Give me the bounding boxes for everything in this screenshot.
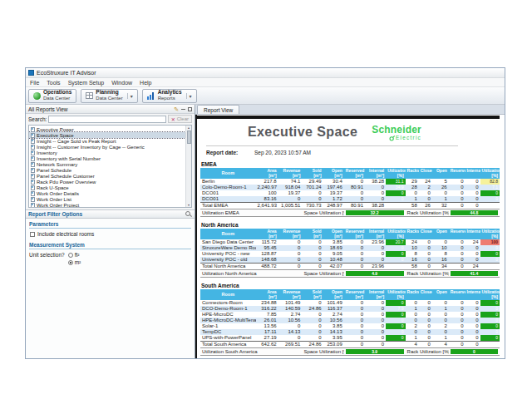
table-row: DCO0183.16001.72000101000 [200, 196, 500, 203]
table-cell: 3.95 [323, 335, 344, 342]
planning-button[interactable]: Planning Data Center ▾ [81, 89, 137, 103]
tree-item[interactable]: Work Order Project [29, 202, 185, 207]
utilization-summary-label: Utilization South America [200, 348, 302, 356]
tree-item[interactable]: Insight -- Cage Sold vs Peak Report [29, 138, 185, 144]
column-header: Utilization[%] [480, 168, 500, 179]
table-cell: 0 [466, 335, 480, 342]
table-row: Connectors-Room234.88101.490101.49000000… [200, 300, 500, 306]
unit-option-ft2[interactable]: ft² [68, 252, 81, 258]
checkbox-icon[interactable] [30, 232, 35, 237]
table-cell: 0 [466, 323, 480, 329]
maximize-icon[interactable] [188, 107, 192, 111]
tree-scrollbar[interactable]: ▴ ▾ [185, 126, 191, 207]
table-cell: 0 [449, 342, 466, 348]
analytics-dropdown-caret-icon[interactable]: ▾ [186, 93, 192, 99]
rack-utilization-cell: 0 [480, 196, 500, 203]
report-viewer[interactable]: Executive Space Schneider Electric [195, 115, 505, 358]
tree-item[interactable]: Rack Pdu Power Overview [29, 179, 185, 185]
tree-item-label: Work Order Project [37, 203, 79, 208]
filter-options-header[interactable]: Report Filter Options [26, 209, 195, 219]
filter-options-body: Parameters Include electrical rooms Meas… [26, 219, 195, 358]
table-header-row: RoomArea[m²]Revenue[m²]Sold[m²]Open[m²]R… [200, 289, 500, 300]
tree-item[interactable]: Executive Power [29, 126, 185, 132]
table-cell: 26 [432, 185, 449, 190]
utilization-summary-row: Utilization EMEASpace Utilization [%]32.… [200, 209, 500, 217]
table-cell: 0 [432, 190, 449, 196]
title-bar[interactable]: EcoStruxure IT Advisor [26, 68, 505, 78]
table-cell: 16 [406, 257, 419, 264]
scroll-down-icon[interactable]: ▾ [188, 203, 190, 207]
schneider-electric-text: Electric [396, 135, 421, 141]
scrollbar-thumb[interactable] [187, 131, 191, 144]
menu-item-tools[interactable]: Tools [47, 80, 60, 86]
menu-item-help[interactable]: Help [140, 80, 151, 86]
table-cell: 0 [365, 196, 386, 203]
region-table-north-america: RoomArea[m²]Revenue[m²]Sold[m²]Open[m²]R… [200, 229, 500, 278]
tree-item[interactable]: Network Summary [29, 161, 185, 167]
analytics-button[interactable]: Analytics Reports ▾ [142, 89, 197, 103]
table-cell: 38.28 [365, 179, 386, 185]
table-cell: 8 [432, 251, 449, 257]
room-cell: HPE-MicroDC [200, 312, 256, 318]
tree-item[interactable]: Insight -- Customer Inventory by Cage --… [29, 144, 185, 150]
table-cell: 269.51 [278, 342, 303, 348]
table-cell: 0 [278, 323, 303, 329]
planning-grid-icon [86, 92, 93, 99]
rack-utilization-cell: 0 [480, 318, 500, 323]
menu-item-file[interactable]: File [30, 80, 39, 86]
include-electrical-rooms-option[interactable]: Include electrical rooms [30, 231, 191, 237]
tree-item[interactable]: Panel Schedule Customer [29, 173, 185, 179]
search-input[interactable] [48, 116, 165, 123]
table-cell: 730.73 [302, 203, 323, 209]
total-label-cell: Total North America [200, 264, 256, 270]
space-utilization-cell: 0 [386, 251, 405, 257]
tree-item[interactable]: Work Order List [29, 196, 185, 202]
menu-item-window[interactable]: Window [111, 80, 132, 86]
table-cell: 0 [302, 300, 323, 306]
room-cell: DCO-Demo-Room-1 [200, 306, 256, 312]
column-header: Internal [466, 289, 480, 300]
tree-item[interactable]: Rack U-Space [29, 185, 185, 190]
column-header: Racks [406, 229, 419, 239]
table-cell: 0 [344, 318, 365, 323]
table-cell: 0 [449, 306, 466, 312]
table-cell: 0 [466, 329, 480, 335]
space-utilization-cell: 0 [386, 312, 405, 318]
table-cell: 95.45 [256, 245, 278, 251]
table-cell: 0 [365, 300, 386, 306]
table-cell: 101.49 [323, 300, 344, 306]
rack-utilization-cell: 0 [480, 335, 500, 342]
table-cell: 0 [302, 190, 323, 196]
table-cell: 0 [344, 179, 365, 185]
column-header: Revenue[m²] [278, 229, 303, 239]
radio-icon[interactable] [68, 253, 73, 258]
parameters-label: Parameters [29, 221, 191, 229]
table-cell: 74.1 [278, 179, 303, 185]
pencil-icon[interactable]: ✎ [174, 106, 179, 112]
tab-report-view[interactable]: Report View [197, 105, 239, 114]
analytics-bar-chart-icon [147, 92, 155, 100]
tree-item[interactable]: Executive Space [29, 132, 185, 138]
radio-icon[interactable] [68, 260, 73, 265]
tree-item[interactable]: Panel Schedule [29, 167, 185, 173]
table-cell: 9.05 [323, 251, 344, 257]
window-title: EcoStruxure IT Advisor [37, 70, 96, 76]
unit-option-m2[interactable]: m² [68, 259, 81, 265]
operations-button[interactable]: Operations Data Center [28, 89, 76, 103]
minimize-icon[interactable] [181, 109, 185, 110]
table-row: UPS-with-PowerPanel27.19003.95000101000 [200, 335, 500, 342]
table-cell: 0 [419, 318, 432, 323]
clear-button[interactable]: ✕ Clear [168, 115, 192, 123]
table-cell: 0 [466, 185, 480, 190]
column-header: Revenue[m²] [278, 168, 303, 179]
filter-options-icon[interactable] [185, 211, 192, 218]
scroll-up-icon[interactable]: ▴ [188, 126, 190, 130]
tree-item[interactable]: Work Order Details [29, 190, 185, 196]
tree-item[interactable]: Inventory [29, 150, 185, 155]
menu-item-system-setup[interactable]: System Setup [68, 80, 105, 86]
room-cell: UPS-with-PowerPanel [200, 335, 256, 342]
reports-tree: Executive PowerExecutive SpaceInsight --… [29, 126, 185, 207]
planning-dropdown-caret-icon[interactable]: ▾ [127, 93, 133, 99]
table-cell: 0 [449, 245, 466, 251]
tree-item[interactable]: Inventory with Serial Number [29, 155, 185, 161]
